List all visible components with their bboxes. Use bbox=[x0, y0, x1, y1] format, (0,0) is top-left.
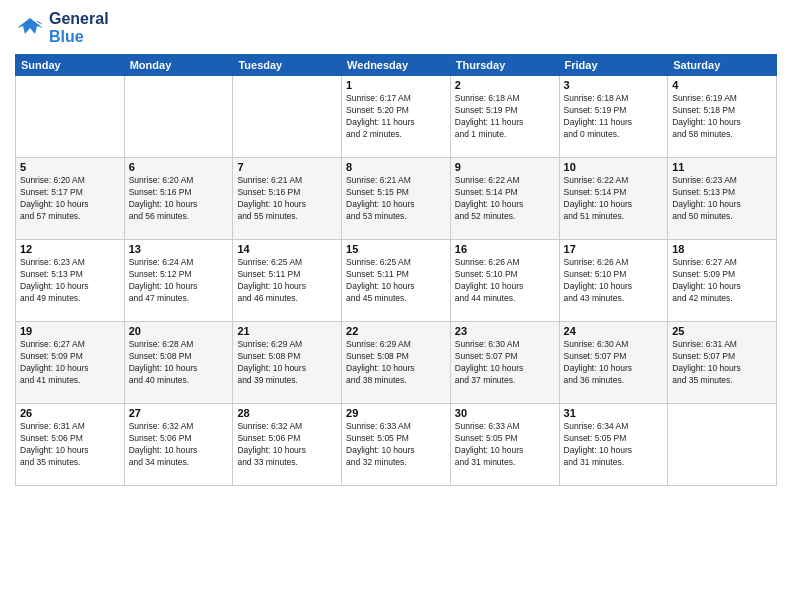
day-info: Sunrise: 6:28 AMSunset: 5:08 PMDaylight:… bbox=[129, 339, 229, 387]
day-number: 27 bbox=[129, 407, 229, 419]
calendar-cell: 10Sunrise: 6:22 AMSunset: 5:14 PMDayligh… bbox=[559, 158, 668, 240]
day-number: 1 bbox=[346, 79, 446, 91]
calendar-cell: 21Sunrise: 6:29 AMSunset: 5:08 PMDayligh… bbox=[233, 322, 342, 404]
header: General Blue bbox=[15, 10, 777, 46]
day-number: 28 bbox=[237, 407, 337, 419]
day-number: 9 bbox=[455, 161, 555, 173]
calendar-cell: 16Sunrise: 6:26 AMSunset: 5:10 PMDayligh… bbox=[450, 240, 559, 322]
week-row-1: 1Sunrise: 6:17 AMSunset: 5:20 PMDaylight… bbox=[16, 76, 777, 158]
weekday-header-tuesday: Tuesday bbox=[233, 55, 342, 76]
day-info: Sunrise: 6:20 AMSunset: 5:17 PMDaylight:… bbox=[20, 175, 120, 223]
day-info: Sunrise: 6:34 AMSunset: 5:05 PMDaylight:… bbox=[564, 421, 664, 469]
day-number: 30 bbox=[455, 407, 555, 419]
day-number: 18 bbox=[672, 243, 772, 255]
calendar-cell: 15Sunrise: 6:25 AMSunset: 5:11 PMDayligh… bbox=[342, 240, 451, 322]
calendar-cell: 30Sunrise: 6:33 AMSunset: 5:05 PMDayligh… bbox=[450, 404, 559, 486]
day-number: 15 bbox=[346, 243, 446, 255]
day-info: Sunrise: 6:29 AMSunset: 5:08 PMDaylight:… bbox=[346, 339, 446, 387]
day-info: Sunrise: 6:17 AMSunset: 5:20 PMDaylight:… bbox=[346, 93, 446, 141]
calendar-cell: 22Sunrise: 6:29 AMSunset: 5:08 PMDayligh… bbox=[342, 322, 451, 404]
logo-text: General Blue bbox=[49, 10, 109, 46]
day-number: 11 bbox=[672, 161, 772, 173]
calendar-cell: 25Sunrise: 6:31 AMSunset: 5:07 PMDayligh… bbox=[668, 322, 777, 404]
weekday-header-sunday: Sunday bbox=[16, 55, 125, 76]
week-row-4: 19Sunrise: 6:27 AMSunset: 5:09 PMDayligh… bbox=[16, 322, 777, 404]
day-number: 21 bbox=[237, 325, 337, 337]
day-number: 22 bbox=[346, 325, 446, 337]
day-number: 4 bbox=[672, 79, 772, 91]
calendar-cell: 20Sunrise: 6:28 AMSunset: 5:08 PMDayligh… bbox=[124, 322, 233, 404]
weekday-header-wednesday: Wednesday bbox=[342, 55, 451, 76]
calendar-cell: 14Sunrise: 6:25 AMSunset: 5:11 PMDayligh… bbox=[233, 240, 342, 322]
day-info: Sunrise: 6:32 AMSunset: 5:06 PMDaylight:… bbox=[237, 421, 337, 469]
day-info: Sunrise: 6:25 AMSunset: 5:11 PMDaylight:… bbox=[346, 257, 446, 305]
calendar-cell: 18Sunrise: 6:27 AMSunset: 5:09 PMDayligh… bbox=[668, 240, 777, 322]
weekday-header-row: SundayMondayTuesdayWednesdayThursdayFrid… bbox=[16, 55, 777, 76]
calendar-cell: 23Sunrise: 6:30 AMSunset: 5:07 PMDayligh… bbox=[450, 322, 559, 404]
calendar-cell: 9Sunrise: 6:22 AMSunset: 5:14 PMDaylight… bbox=[450, 158, 559, 240]
day-info: Sunrise: 6:19 AMSunset: 5:18 PMDaylight:… bbox=[672, 93, 772, 141]
calendar-cell: 24Sunrise: 6:30 AMSunset: 5:07 PMDayligh… bbox=[559, 322, 668, 404]
day-info: Sunrise: 6:30 AMSunset: 5:07 PMDaylight:… bbox=[564, 339, 664, 387]
day-number: 7 bbox=[237, 161, 337, 173]
day-number: 31 bbox=[564, 407, 664, 419]
calendar-cell: 12Sunrise: 6:23 AMSunset: 5:13 PMDayligh… bbox=[16, 240, 125, 322]
day-number: 3 bbox=[564, 79, 664, 91]
calendar-cell: 13Sunrise: 6:24 AMSunset: 5:12 PMDayligh… bbox=[124, 240, 233, 322]
calendar-cell: 26Sunrise: 6:31 AMSunset: 5:06 PMDayligh… bbox=[16, 404, 125, 486]
day-info: Sunrise: 6:26 AMSunset: 5:10 PMDaylight:… bbox=[455, 257, 555, 305]
day-number: 19 bbox=[20, 325, 120, 337]
day-info: Sunrise: 6:26 AMSunset: 5:10 PMDaylight:… bbox=[564, 257, 664, 305]
day-info: Sunrise: 6:31 AMSunset: 5:06 PMDaylight:… bbox=[20, 421, 120, 469]
calendar-cell: 2Sunrise: 6:18 AMSunset: 5:19 PMDaylight… bbox=[450, 76, 559, 158]
logo: General Blue bbox=[15, 10, 109, 46]
calendar-cell bbox=[124, 76, 233, 158]
calendar-cell: 11Sunrise: 6:23 AMSunset: 5:13 PMDayligh… bbox=[668, 158, 777, 240]
day-number: 26 bbox=[20, 407, 120, 419]
day-info: Sunrise: 6:23 AMSunset: 5:13 PMDaylight:… bbox=[672, 175, 772, 223]
logo-icon bbox=[15, 16, 45, 40]
calendar-cell: 29Sunrise: 6:33 AMSunset: 5:05 PMDayligh… bbox=[342, 404, 451, 486]
day-info: Sunrise: 6:21 AMSunset: 5:15 PMDaylight:… bbox=[346, 175, 446, 223]
day-number: 12 bbox=[20, 243, 120, 255]
day-number: 16 bbox=[455, 243, 555, 255]
weekday-header-monday: Monday bbox=[124, 55, 233, 76]
day-number: 10 bbox=[564, 161, 664, 173]
calendar-cell: 3Sunrise: 6:18 AMSunset: 5:19 PMDaylight… bbox=[559, 76, 668, 158]
day-number: 14 bbox=[237, 243, 337, 255]
day-info: Sunrise: 6:31 AMSunset: 5:07 PMDaylight:… bbox=[672, 339, 772, 387]
day-info: Sunrise: 6:27 AMSunset: 5:09 PMDaylight:… bbox=[20, 339, 120, 387]
day-number: 29 bbox=[346, 407, 446, 419]
day-number: 23 bbox=[455, 325, 555, 337]
day-info: Sunrise: 6:21 AMSunset: 5:16 PMDaylight:… bbox=[237, 175, 337, 223]
calendar-cell bbox=[233, 76, 342, 158]
day-info: Sunrise: 6:18 AMSunset: 5:19 PMDaylight:… bbox=[564, 93, 664, 141]
day-info: Sunrise: 6:32 AMSunset: 5:06 PMDaylight:… bbox=[129, 421, 229, 469]
calendar-cell: 19Sunrise: 6:27 AMSunset: 5:09 PMDayligh… bbox=[16, 322, 125, 404]
day-info: Sunrise: 6:20 AMSunset: 5:16 PMDaylight:… bbox=[129, 175, 229, 223]
week-row-5: 26Sunrise: 6:31 AMSunset: 5:06 PMDayligh… bbox=[16, 404, 777, 486]
weekday-header-saturday: Saturday bbox=[668, 55, 777, 76]
day-info: Sunrise: 6:29 AMSunset: 5:08 PMDaylight:… bbox=[237, 339, 337, 387]
calendar-cell: 6Sunrise: 6:20 AMSunset: 5:16 PMDaylight… bbox=[124, 158, 233, 240]
week-row-2: 5Sunrise: 6:20 AMSunset: 5:17 PMDaylight… bbox=[16, 158, 777, 240]
day-info: Sunrise: 6:27 AMSunset: 5:09 PMDaylight:… bbox=[672, 257, 772, 305]
day-info: Sunrise: 6:22 AMSunset: 5:14 PMDaylight:… bbox=[455, 175, 555, 223]
day-info: Sunrise: 6:33 AMSunset: 5:05 PMDaylight:… bbox=[455, 421, 555, 469]
day-info: Sunrise: 6:30 AMSunset: 5:07 PMDaylight:… bbox=[455, 339, 555, 387]
calendar-cell bbox=[16, 76, 125, 158]
calendar-cell: 31Sunrise: 6:34 AMSunset: 5:05 PMDayligh… bbox=[559, 404, 668, 486]
day-number: 20 bbox=[129, 325, 229, 337]
calendar-cell bbox=[668, 404, 777, 486]
day-info: Sunrise: 6:33 AMSunset: 5:05 PMDaylight:… bbox=[346, 421, 446, 469]
calendar-cell: 8Sunrise: 6:21 AMSunset: 5:15 PMDaylight… bbox=[342, 158, 451, 240]
day-number: 24 bbox=[564, 325, 664, 337]
calendar-cell: 7Sunrise: 6:21 AMSunset: 5:16 PMDaylight… bbox=[233, 158, 342, 240]
calendar-cell: 1Sunrise: 6:17 AMSunset: 5:20 PMDaylight… bbox=[342, 76, 451, 158]
calendar-cell: 5Sunrise: 6:20 AMSunset: 5:17 PMDaylight… bbox=[16, 158, 125, 240]
day-info: Sunrise: 6:25 AMSunset: 5:11 PMDaylight:… bbox=[237, 257, 337, 305]
day-info: Sunrise: 6:18 AMSunset: 5:19 PMDaylight:… bbox=[455, 93, 555, 141]
weekday-header-friday: Friday bbox=[559, 55, 668, 76]
weekday-header-thursday: Thursday bbox=[450, 55, 559, 76]
week-row-3: 12Sunrise: 6:23 AMSunset: 5:13 PMDayligh… bbox=[16, 240, 777, 322]
